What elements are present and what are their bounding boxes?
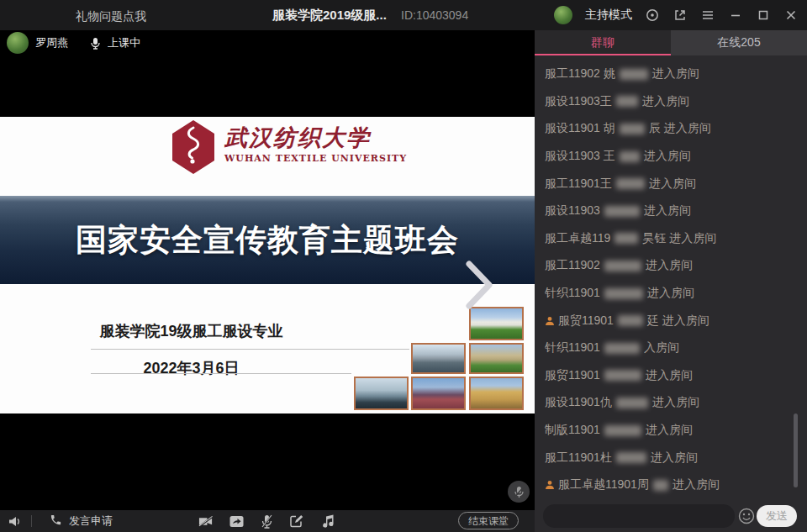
titlebar-right-controls: 主持模式 — [554, 0, 799, 30]
message-text-post: 进入房间 — [672, 477, 720, 492]
message-text-post: 入房间 — [644, 340, 679, 356]
message-text-post: 昊钰 进入房间 — [642, 231, 716, 246]
chat-message: 制版11901 进入房间 — [545, 417, 795, 445]
gift-question-button[interactable]: 礼物问题点我 — [71, 0, 151, 30]
divider — [91, 349, 409, 350]
redacted-name — [620, 151, 640, 162]
redacted-name — [616, 398, 648, 408]
message-text-pre: 针织11901 — [545, 286, 600, 301]
message-text-post: 进入房间 — [652, 395, 699, 410]
slide-class-line: 服装学院19级服工服设专业 — [0, 321, 382, 341]
chat-message: 服贸11901 进入房间 — [545, 362, 795, 390]
chat-message: 服设11901仇进入房间 — [545, 389, 795, 417]
message-text-post: 进入房间 — [647, 286, 694, 301]
redacted-name — [620, 124, 645, 134]
redacted-name — [614, 233, 638, 244]
chat-input[interactable] — [543, 504, 735, 528]
close-icon[interactable] — [783, 8, 799, 23]
chat-message: 针织11901进入房间 — [545, 280, 795, 308]
message-text-post: 进入房间 — [651, 450, 698, 466]
university-emblem-icon — [172, 120, 214, 174]
redacted-name — [604, 343, 640, 354]
emoji-icon[interactable] — [738, 508, 755, 524]
chat-message: 服设11901 胡辰 进入房间 — [545, 115, 795, 143]
camera-off-icon[interactable] — [198, 514, 214, 529]
speaker-icon[interactable] — [7, 514, 22, 529]
redacted-name — [616, 452, 646, 463]
mic-icon — [90, 37, 101, 50]
host-mode-label[interactable]: 主持模式 — [585, 8, 632, 23]
message-text-pre: 制版11901 — [545, 423, 600, 438]
redacted-name — [616, 96, 638, 107]
chat-message-list: 服工11902 姚进入房间服设11903王进入房间服设11901 胡辰 进入房间… — [535, 55, 795, 501]
edit-icon[interactable] — [289, 514, 304, 529]
chat-message: 服设11903进入房间 — [545, 198, 795, 225]
divider — [31, 515, 32, 527]
end-class-button[interactable]: 结束课堂 — [458, 512, 519, 529]
slide-title: 国家安全宣传教育主题班会 — [76, 219, 459, 261]
redacted-name — [604, 206, 640, 217]
message-text-pre: 服设11903王 — [545, 94, 612, 109]
chat-message: 服工11901王进入房间 — [545, 170, 795, 198]
music-icon[interactable] — [320, 514, 335, 529]
redacted-name — [616, 178, 645, 189]
message-text-pre: 服贸11901 — [558, 313, 614, 329]
redacted-name — [604, 425, 641, 436]
presenter-name: 罗周燕 — [35, 35, 68, 50]
member-icon — [545, 480, 555, 490]
redacted-name — [653, 480, 668, 491]
message-text-pre: 服工11902 姚 — [545, 66, 615, 82]
room-id: ID:10403094 — [401, 0, 468, 30]
message-text-pre: 服工11901王 — [545, 176, 612, 192]
message-text-post: 进入房间 — [644, 149, 691, 164]
presenter-avatar — [7, 32, 29, 54]
presenter-overlay: 罗周燕 上课中 — [7, 32, 140, 54]
chat-message: 服工11902 姚进入房间 — [545, 61, 795, 88]
mic-off-icon[interactable] — [259, 514, 274, 529]
redacted-name — [604, 370, 641, 381]
divider — [91, 373, 351, 374]
target-icon[interactable] — [645, 8, 660, 23]
chat-scrollbar-thumb[interactable] — [794, 413, 798, 487]
titlebar: 礼物问题点我 服装学院2019级服... ID:10403094 主持模式 — [0, 0, 807, 30]
class-status-label: 上课中 — [108, 35, 140, 50]
chat-message: 服工11901杜进入房间 — [545, 444, 795, 471]
chat-message: 针织11901 入房间 — [545, 334, 795, 362]
message-text-pre: 服工卓越11901周 — [558, 477, 649, 492]
mic-muted-overlay-button[interactable] — [508, 481, 530, 503]
message-text-post: 进入房间 — [644, 203, 691, 219]
tab-group-chat[interactable]: 群聊 — [535, 30, 671, 55]
speech-request-button[interactable]: 发言申请 — [45, 510, 118, 532]
minimize-icon[interactable] — [728, 8, 743, 23]
message-text-post: 廷 进入房间 — [647, 313, 709, 329]
presentation-slide: 武汉纺织大学 WUHAN TEXTILE UNIVERSITY 国家安全宣传教育… — [0, 117, 535, 413]
campus-photo — [354, 377, 409, 410]
share-icon[interactable] — [229, 514, 244, 529]
room-title: 服装学院2019级服... — [272, 0, 387, 30]
send-button[interactable]: 发送 — [757, 505, 797, 527]
message-text-post: 进入房间 — [642, 94, 689, 109]
message-text-pre: 针织11901 — [545, 340, 600, 356]
message-text-pre: 服设11903 王 — [545, 149, 615, 164]
slide-title-banner: 国家安全宣传教育主题班会 — [0, 196, 535, 284]
chat-panel: 群聊 在线205 服工11902 姚进入房间服设11903王进入房间服设1190… — [535, 30, 807, 532]
tab-online-count[interactable]: 在线205 — [671, 30, 807, 55]
campus-photo — [469, 343, 524, 374]
redacted-name — [604, 288, 643, 299]
chat-message: 服工11902 进入房间 — [545, 252, 795, 280]
chat-message: 服贸11901 廷 进入房间 — [545, 307, 795, 334]
maximize-icon[interactable] — [756, 8, 771, 23]
member-icon — [545, 316, 555, 326]
chat-message: 服工卓越11901周进入房间 — [545, 471, 795, 499]
message-text-pre: 服设11903 — [545, 203, 600, 219]
chat-message: 服设11903王进入房间 — [545, 88, 795, 116]
university-name-en: WUHAN TEXTILE UNIVERSITY — [224, 153, 407, 164]
external-link-icon[interactable] — [672, 8, 688, 23]
live-classroom-window: 礼物问题点我 服装学院2019级服... ID:10403094 主持模式 — [0, 0, 807, 532]
menu-icon[interactable] — [700, 8, 715, 23]
speech-request-label: 发言申请 — [69, 514, 113, 529]
chat-message: 服设11903 王进入房间 — [545, 143, 795, 171]
message-text-post: 进入房间 — [652, 66, 699, 82]
next-slide-arrow-icon[interactable] — [462, 259, 496, 311]
message-text-pre: 服工11901杜 — [545, 450, 612, 466]
